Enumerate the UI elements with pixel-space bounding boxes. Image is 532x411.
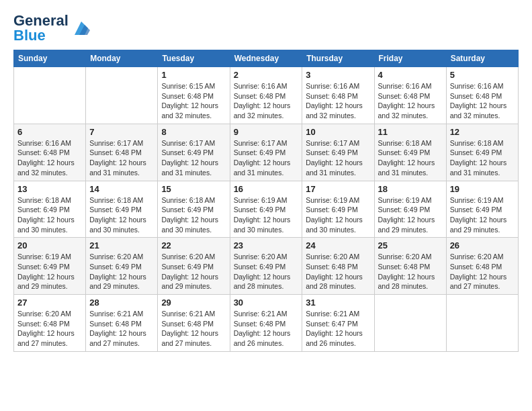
calendar-cell: 27Sunrise: 6:20 AM Sunset: 6:48 PM Dayli… [14,295,86,352]
weekday-header: Friday [374,50,446,67]
calendar-cell: 31Sunrise: 6:21 AM Sunset: 6:47 PM Dayli… [302,295,374,352]
day-number: 9 [234,127,299,137]
calendar-cell: 11Sunrise: 6:18 AM Sunset: 6:49 PM Dayli… [374,124,446,181]
calendar-cell: 26Sunrise: 6:20 AM Sunset: 6:48 PM Dayli… [446,238,518,295]
day-number: 26 [450,240,515,250]
day-number: 14 [89,184,154,194]
day-number: 5 [450,70,515,80]
day-number: 24 [306,240,370,250]
calendar-week-row: 20Sunrise: 6:19 AM Sunset: 6:49 PM Dayli… [14,238,519,295]
day-content: Sunrise: 6:17 AM Sunset: 6:48 PM Dayligh… [89,138,154,178]
day-content: Sunrise: 6:20 AM Sunset: 6:48 PM Dayligh… [306,252,370,291]
day-content: Sunrise: 6:17 AM Sunset: 6:49 PM Dayligh… [306,138,370,178]
day-content: Sunrise: 6:19 AM Sunset: 6:49 PM Dayligh… [378,195,443,235]
day-content: Sunrise: 6:20 AM Sunset: 6:49 PM Dayligh… [234,252,299,291]
calendar-cell: 30Sunrise: 6:21 AM Sunset: 6:48 PM Dayli… [230,295,302,352]
day-number: 3 [306,70,370,80]
weekday-header: Tuesday [158,50,230,67]
day-content: Sunrise: 6:16 AM Sunset: 6:48 PM Dayligh… [450,81,515,121]
day-content: Sunrise: 6:16 AM Sunset: 6:48 PM Dayligh… [17,138,82,178]
day-content: Sunrise: 6:19 AM Sunset: 6:49 PM Dayligh… [450,195,515,235]
day-content: Sunrise: 6:20 AM Sunset: 6:48 PM Dayligh… [17,309,82,349]
calendar-cell: 15Sunrise: 6:18 AM Sunset: 6:49 PM Dayli… [158,181,230,238]
day-number: 28 [89,298,154,308]
calendar-cell: 18Sunrise: 6:19 AM Sunset: 6:49 PM Dayli… [374,181,446,238]
weekday-header: Saturday [446,50,518,67]
day-number: 10 [306,127,370,137]
calendar-cell: 10Sunrise: 6:17 AM Sunset: 6:49 PM Dayli… [302,124,374,181]
day-number: 22 [161,240,226,250]
calendar-cell: 22Sunrise: 6:20 AM Sunset: 6:49 PM Dayli… [158,238,230,295]
day-number: 30 [234,298,299,308]
day-content: Sunrise: 6:19 AM Sunset: 6:49 PM Dayligh… [234,195,299,235]
day-number: 6 [17,127,82,137]
calendar-cell: 6Sunrise: 6:16 AM Sunset: 6:48 PM Daylig… [14,124,86,181]
calendar-cell [86,67,158,124]
calendar-week-row: 27Sunrise: 6:20 AM Sunset: 6:48 PM Dayli… [14,295,519,352]
weekday-header: Sunday [14,50,86,67]
day-content: Sunrise: 6:21 AM Sunset: 6:47 PM Dayligh… [306,309,370,349]
day-number: 19 [450,184,515,194]
day-content: Sunrise: 6:20 AM Sunset: 6:48 PM Dayligh… [450,252,515,291]
calendar-cell: 1Sunrise: 6:15 AM Sunset: 6:48 PM Daylig… [158,67,230,124]
day-number: 17 [306,184,370,194]
calendar-cell: 14Sunrise: 6:18 AM Sunset: 6:49 PM Dayli… [86,181,158,238]
day-content: Sunrise: 6:18 AM Sunset: 6:49 PM Dayligh… [378,138,443,178]
day-content: Sunrise: 6:17 AM Sunset: 6:49 PM Dayligh… [234,138,299,178]
weekday-header: Thursday [302,50,374,67]
day-content: Sunrise: 6:17 AM Sunset: 6:49 PM Dayligh… [161,138,226,178]
day-number: 11 [378,127,443,137]
day-number: 13 [17,184,82,194]
day-content: Sunrise: 6:21 AM Sunset: 6:48 PM Dayligh… [89,309,154,349]
day-number: 31 [306,298,370,308]
logo: GeneralBlue [13,13,91,43]
day-content: Sunrise: 6:19 AM Sunset: 6:49 PM Dayligh… [17,252,82,291]
day-content: Sunrise: 6:16 AM Sunset: 6:48 PM Dayligh… [306,81,370,121]
day-content: Sunrise: 6:15 AM Sunset: 6:48 PM Dayligh… [161,81,226,121]
calendar-cell: 20Sunrise: 6:19 AM Sunset: 6:49 PM Dayli… [14,238,86,295]
calendar-cell: 12Sunrise: 6:18 AM Sunset: 6:49 PM Dayli… [446,124,518,181]
day-content: Sunrise: 6:21 AM Sunset: 6:48 PM Dayligh… [161,309,226,349]
calendar-cell [446,295,518,352]
day-content: Sunrise: 6:18 AM Sunset: 6:49 PM Dayligh… [450,138,515,178]
weekday-header: Monday [86,50,158,67]
day-number: 25 [378,240,443,250]
calendar-cell: 5Sunrise: 6:16 AM Sunset: 6:48 PM Daylig… [446,67,518,124]
calendar-cell: 21Sunrise: 6:20 AM Sunset: 6:49 PM Dayli… [86,238,158,295]
day-number: 1 [161,70,226,80]
day-number: 27 [17,298,82,308]
calendar-cell: 3Sunrise: 6:16 AM Sunset: 6:48 PM Daylig… [302,67,374,124]
day-content: Sunrise: 6:20 AM Sunset: 6:49 PM Dayligh… [161,252,226,291]
calendar-cell: 19Sunrise: 6:19 AM Sunset: 6:49 PM Dayli… [446,181,518,238]
day-content: Sunrise: 6:16 AM Sunset: 6:48 PM Dayligh… [234,81,299,121]
day-number: 16 [234,184,299,194]
day-content: Sunrise: 6:16 AM Sunset: 6:48 PM Dayligh… [378,81,443,121]
day-content: Sunrise: 6:18 AM Sunset: 6:49 PM Dayligh… [161,195,226,235]
calendar-cell [14,67,86,124]
calendar-cell: 17Sunrise: 6:19 AM Sunset: 6:49 PM Dayli… [302,181,374,238]
calendar-cell: 23Sunrise: 6:20 AM Sunset: 6:49 PM Dayli… [230,238,302,295]
day-number: 15 [161,184,226,194]
calendar-week-row: 13Sunrise: 6:18 AM Sunset: 6:49 PM Dayli… [14,181,519,238]
weekday-header-row: SundayMondayTuesdayWednesdayThursdayFrid… [14,50,519,67]
calendar-cell: 24Sunrise: 6:20 AM Sunset: 6:48 PM Dayli… [302,238,374,295]
calendar-cell: 4Sunrise: 6:16 AM Sunset: 6:48 PM Daylig… [374,67,446,124]
day-number: 12 [450,127,515,137]
day-number: 8 [161,127,226,137]
page-header: GeneralBlue [13,13,519,43]
day-number: 20 [17,240,82,250]
calendar-week-row: 1Sunrise: 6:15 AM Sunset: 6:48 PM Daylig… [14,67,519,124]
calendar-cell: 2Sunrise: 6:16 AM Sunset: 6:48 PM Daylig… [230,67,302,124]
calendar-table: SundayMondayTuesdayWednesdayThursdayFrid… [13,50,519,352]
day-content: Sunrise: 6:21 AM Sunset: 6:48 PM Dayligh… [234,309,299,349]
day-number: 23 [234,240,299,250]
calendar-cell: 13Sunrise: 6:18 AM Sunset: 6:49 PM Dayli… [14,181,86,238]
day-number: 2 [234,70,299,80]
calendar-cell: 7Sunrise: 6:17 AM Sunset: 6:48 PM Daylig… [86,124,158,181]
logo-blue-text: Blue [13,27,46,44]
calendar-week-row: 6Sunrise: 6:16 AM Sunset: 6:48 PM Daylig… [14,124,519,181]
day-number: 4 [378,70,443,80]
calendar-cell [374,295,446,352]
calendar-cell: 9Sunrise: 6:17 AM Sunset: 6:49 PM Daylig… [230,124,302,181]
calendar-cell: 29Sunrise: 6:21 AM Sunset: 6:48 PM Dayli… [158,295,230,352]
